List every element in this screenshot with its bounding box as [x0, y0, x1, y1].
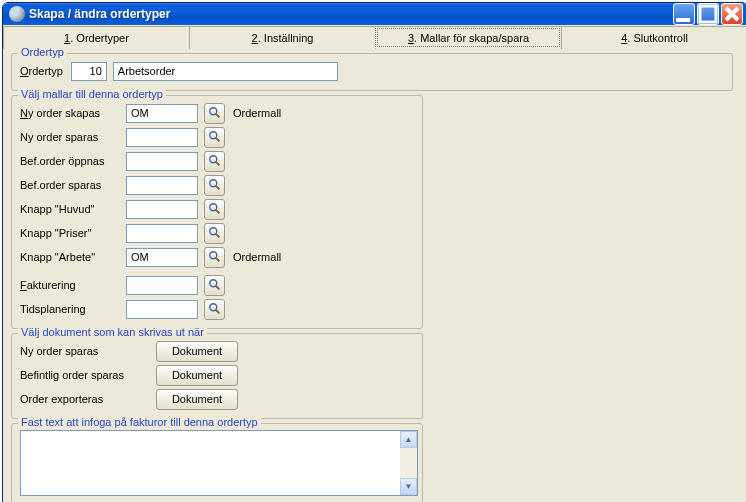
template-row-ny_order_sparas: Ny order sparas: [20, 126, 414, 148]
lookup-button-knapp_huvud[interactable]: [204, 199, 225, 220]
group-templates: Välj mallar till denna ordertyp Ny order…: [11, 95, 423, 329]
doc-row-befintlig_order_sparas_doc: Befintlig order sparasDokument: [20, 364, 414, 386]
lookup-button-fakturering[interactable]: [204, 275, 225, 296]
template-row-ny_order_skapas: Ny order skapasOrdermall: [20, 102, 414, 124]
lookup-button-ny_order_sparas[interactable]: [204, 127, 225, 148]
input-bef_order_oppnas[interactable]: [126, 152, 198, 171]
window-title: Skapa / ändra ordertyper: [29, 7, 673, 21]
svg-point-4: [209, 132, 216, 139]
value-label-knapp_arbete: Ordermall: [231, 251, 281, 263]
doc-row-ny_order_sparas_doc: Ny order sparasDokument: [20, 340, 414, 362]
label-ny_order_sparas: Ny order sparas: [20, 131, 120, 143]
lookup-button-tidsplanering[interactable]: [204, 299, 225, 320]
tab-content: Ordertyp Ordertyp Välj mallar till denna…: [3, 49, 746, 502]
search-icon: [208, 202, 222, 216]
client-area: 1. Ordertyper 2. Inställning 3. Mallar f…: [3, 25, 746, 502]
input-ny_order_sparas[interactable]: [126, 128, 198, 147]
lookup-button-bef_order_sparas[interactable]: [204, 175, 225, 196]
label-tidsplanering: Tidsplanering: [20, 303, 120, 315]
lookup-button-knapp_arbete[interactable]: [204, 247, 225, 268]
minimize-button[interactable]: [673, 3, 695, 25]
scrollbar-vertical[interactable]: ▲ ▼: [400, 431, 417, 495]
template-row-knapp_huvud: Knapp "Huvud": [20, 198, 414, 220]
svg-line-5: [215, 138, 219, 142]
legend-ordertyp: Ordertyp: [18, 46, 67, 58]
lookup-button-ny_order_skapas[interactable]: [204, 103, 225, 124]
search-icon: [208, 130, 222, 144]
svg-line-19: [215, 310, 219, 314]
search-icon: [208, 178, 222, 192]
svg-line-15: [215, 258, 219, 262]
input-bef_order_sparas[interactable]: [126, 176, 198, 195]
template-row-tidsplanering: Tidsplanering: [20, 298, 414, 320]
svg-line-3: [215, 114, 219, 118]
group-docs: Välj dokument som kan skrivas ut när Ny …: [11, 333, 423, 419]
legend-docs: Välj dokument som kan skrivas ut när: [18, 326, 207, 338]
svg-point-16: [209, 280, 216, 287]
label-ny_order_skapas: Ny order skapas: [20, 107, 120, 119]
input-ny_order_skapas[interactable]: [126, 104, 198, 123]
label-befintlig_order_sparas_doc: Befintlig order sparas: [20, 369, 150, 381]
svg-point-14: [209, 252, 216, 259]
svg-point-2: [209, 108, 216, 115]
svg-line-11: [215, 210, 219, 214]
template-row-bef_order_sparas: Bef.order sparas: [20, 174, 414, 196]
input-fakturering[interactable]: [126, 276, 198, 295]
template-row-fakturering: Fakturering: [20, 274, 414, 296]
svg-rect-1: [700, 6, 716, 22]
svg-line-7: [215, 162, 219, 166]
input-ordertyp-name[interactable]: [113, 62, 338, 81]
input-knapp_huvud[interactable]: [126, 200, 198, 219]
label-bef_order_oppnas: Bef.order öppnas: [20, 155, 120, 167]
tab-installning[interactable]: 2. Inställning: [189, 26, 376, 49]
app-window: Skapa / ändra ordertyper 1. Ordertyper 2…: [2, 2, 746, 502]
dokument-button-order_exporteras_doc[interactable]: Dokument: [156, 389, 238, 410]
template-row-bef_order_oppnas: Bef.order öppnas: [20, 150, 414, 172]
tabstrip: 1. Ordertyper 2. Inställning 3. Mallar f…: [3, 25, 746, 49]
search-icon: [208, 226, 222, 240]
input-ordertyp-code[interactable]: [71, 62, 107, 81]
scroll-up-button[interactable]: ▲: [400, 431, 417, 448]
doc-row-order_exporteras_doc: Order exporterasDokument: [20, 388, 414, 410]
label-order_exporteras_doc: Order exporteras: [20, 393, 150, 405]
group-fasttext: Fast text att infoga på fakturor till de…: [11, 423, 423, 502]
svg-point-6: [209, 156, 216, 163]
template-row-knapp_priser: Knapp "Priser": [20, 222, 414, 244]
search-icon: [208, 154, 222, 168]
svg-point-8: [209, 180, 216, 187]
label-ny_order_sparas_doc: Ny order sparas: [20, 345, 150, 357]
dokument-button-befintlig_order_sparas_doc[interactable]: Dokument: [156, 365, 238, 386]
search-icon: [208, 250, 222, 264]
svg-point-12: [209, 228, 216, 235]
fasttext-input[interactable]: [21, 431, 400, 495]
search-icon: [208, 106, 222, 120]
legend-templates: Välj mallar till denna ordertyp: [18, 88, 166, 100]
titlebar: Skapa / ändra ordertyper: [3, 3, 746, 25]
svg-point-18: [209, 304, 216, 311]
search-icon: [208, 302, 222, 316]
value-label-ny_order_skapas: Ordermall: [231, 107, 281, 119]
input-tidsplanering[interactable]: [126, 300, 198, 319]
input-knapp_priser[interactable]: [126, 224, 198, 243]
lookup-button-knapp_priser[interactable]: [204, 223, 225, 244]
maximize-button[interactable]: [697, 3, 719, 25]
label-knapp_huvud: Knapp "Huvud": [20, 203, 120, 215]
dokument-button-ny_order_sparas_doc[interactable]: Dokument: [156, 341, 238, 362]
label-knapp_arbete: Knapp "Arbete": [20, 251, 120, 263]
svg-line-17: [215, 286, 219, 290]
app-icon: [9, 6, 25, 22]
label-fakturering: Fakturering: [20, 279, 120, 291]
close-button[interactable]: [721, 3, 743, 25]
group-ordertyp: Ordertyp Ordertyp: [11, 53, 733, 91]
label-knapp_priser: Knapp "Priser": [20, 227, 120, 239]
scroll-down-button[interactable]: ▼: [400, 478, 417, 495]
tab-slutkontroll[interactable]: 4. Slutkontroll: [561, 26, 746, 49]
label-ordertyp: Ordertyp: [20, 65, 63, 77]
svg-line-9: [215, 186, 219, 190]
svg-line-13: [215, 234, 219, 238]
input-knapp_arbete[interactable]: [126, 248, 198, 267]
tab-mallar[interactable]: 3. Mallar för skapa/spara: [375, 26, 562, 49]
lookup-button-bef_order_oppnas[interactable]: [204, 151, 225, 172]
svg-point-10: [209, 204, 216, 211]
template-row-knapp_arbete: Knapp "Arbete"Ordermall: [20, 246, 414, 268]
